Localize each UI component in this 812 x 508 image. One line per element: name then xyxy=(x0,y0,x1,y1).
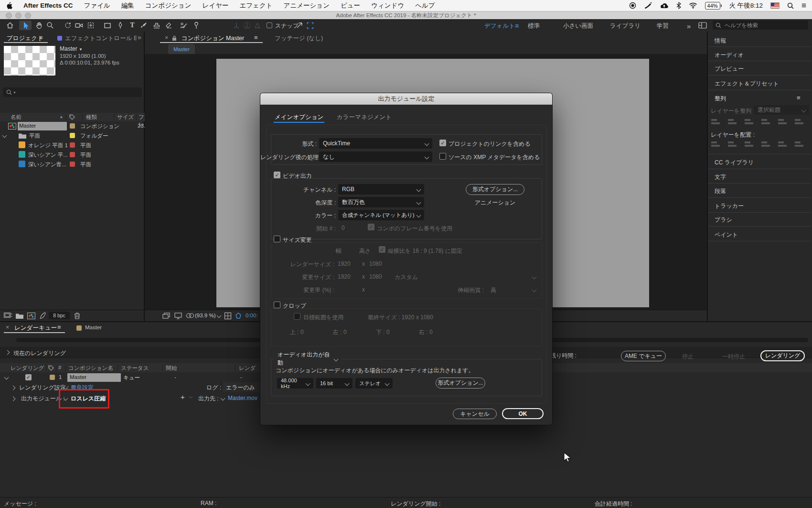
label-swatch-red-2[interactable] xyxy=(70,152,75,157)
crop-checkbox[interactable] xyxy=(274,302,280,308)
distribute-h-center-icon[interactable] xyxy=(778,141,788,148)
align-bottom-icon[interactable] xyxy=(795,118,804,125)
workspace-small-screen[interactable]: 小さい画面 xyxy=(563,22,593,30)
label-swatch-red-3[interactable] xyxy=(70,162,75,167)
include-xmp-checkbox[interactable] xyxy=(439,153,446,160)
align-panel-menu-icon[interactable]: ≡ xyxy=(797,94,801,101)
battery-indicator[interactable]: 44% xyxy=(705,2,722,10)
world-axis-mode-icon[interactable] xyxy=(242,21,252,30)
label-swatch-red-1[interactable] xyxy=(70,142,75,148)
quality-value[interactable]: 高 xyxy=(491,286,496,294)
roi-viewer-icon[interactable] xyxy=(235,312,242,320)
adjust-icon[interactable] xyxy=(39,312,46,320)
viewer-zoom-value[interactable]: (93.9 %) xyxy=(195,313,215,318)
menu-file[interactable]: ファイル xyxy=(84,1,110,10)
tab-composition[interactable]: コンポジション Master xyxy=(182,34,244,43)
output-to-value[interactable]: Master.mov xyxy=(228,395,257,401)
use-roi-checkbox[interactable] xyxy=(294,313,300,320)
cloud-sync-icon[interactable] xyxy=(660,2,669,9)
menu-edit[interactable]: 編集 xyxy=(121,1,134,10)
rq-row-label-swatch[interactable] xyxy=(50,375,55,380)
sidebar-item-tracker[interactable]: トラッカー xyxy=(715,202,744,210)
interpret-footage-icon[interactable] xyxy=(4,313,12,319)
queue-in-ame-button[interactable]: AME でキュー xyxy=(621,351,666,361)
rq-row-expand-chevron[interactable] xyxy=(4,375,9,380)
project-row-blue-name[interactable]: 深いシアン青... xyxy=(28,161,66,168)
align-v-center-icon[interactable] xyxy=(778,118,788,125)
puppet-pin-tool[interactable] xyxy=(191,21,202,30)
trash-icon[interactable] xyxy=(74,312,80,319)
resize-preset-value[interactable]: カスタム xyxy=(395,273,418,281)
dialog-titlebar[interactable]: 出力モジュール設定 xyxy=(260,93,552,105)
comp-mini-tab[interactable]: Master xyxy=(168,44,195,54)
crop-left[interactable]: 左 : 0 xyxy=(333,328,347,336)
rq-row-name[interactable]: Master xyxy=(70,374,86,380)
sidebar-item-brushes[interactable]: ブラシ xyxy=(715,216,732,224)
help-search[interactable] xyxy=(713,21,808,30)
distribute-right-icon[interactable] xyxy=(795,141,804,148)
selection-tool[interactable] xyxy=(19,21,32,30)
audio-output-dropdown[interactable]: オーディオ出力が自動 xyxy=(274,354,342,364)
tab-effect-controls[interactable]: エフェクトコントロール B xyxy=(65,34,137,43)
project-row-master-name[interactable]: Master xyxy=(19,123,36,129)
col-name[interactable]: 名前 xyxy=(11,114,21,121)
col-type[interactable]: 種類 xyxy=(86,114,97,121)
remove-output-module-button[interactable]: − xyxy=(189,393,193,401)
local-axis-mode-icon[interactable] xyxy=(231,21,242,30)
paintbrush-menu-icon[interactable] xyxy=(644,2,652,9)
project-row-folder-name[interactable]: 平面 xyxy=(29,132,40,140)
zoom-tool[interactable] xyxy=(45,21,55,30)
pause-button[interactable]: 一時停止 xyxy=(722,353,745,361)
workspace-learn[interactable]: 学習 xyxy=(657,22,669,30)
comp-panel-menu-icon[interactable]: ≡ xyxy=(254,34,258,41)
comp-thumbnail[interactable] xyxy=(4,46,55,76)
menu-composition[interactable]: コンポジション xyxy=(145,1,192,10)
log-dropdown[interactable]: エラーのみ xyxy=(222,382,266,392)
color-dropdown[interactable]: 合成チャンネル (マットあり) xyxy=(338,210,424,220)
stop-button[interactable]: 停止 xyxy=(682,353,694,361)
bit-depth-button[interactable]: 8 bpc xyxy=(49,312,70,319)
viewer-zoom-chevron[interactable] xyxy=(217,313,222,318)
spotlight-search-icon[interactable] xyxy=(787,2,794,9)
channel-mask-icon[interactable] xyxy=(186,313,194,319)
tab-footage[interactable]: フッテージ (なし) xyxy=(275,34,323,43)
menu-view[interactable]: ビュー xyxy=(341,1,360,10)
align-h-center-icon[interactable] xyxy=(728,118,737,125)
project-row-cyan-name[interactable]: 深いシアン 平... xyxy=(28,151,68,159)
rq-col-status[interactable]: ステータス xyxy=(121,365,149,372)
eraser-tool[interactable] xyxy=(163,21,174,30)
workspace-switcher-icon[interactable] xyxy=(697,21,708,30)
rq-row-render-checkbox[interactable]: ✓ xyxy=(25,374,32,380)
input-language-flag-icon[interactable] xyxy=(770,2,780,9)
post-render-dropdown[interactable]: なし xyxy=(319,151,432,162)
home-tool[interactable] xyxy=(5,21,15,30)
resize-width[interactable]: 1920 xyxy=(338,273,351,280)
video-output-checkbox[interactable]: ✓ xyxy=(274,172,280,178)
project-search-field[interactable]: ▼ xyxy=(3,87,142,97)
distribute-v-center-icon[interactable] xyxy=(728,141,737,148)
crop-bottom[interactable]: 下 : 0 xyxy=(376,328,390,336)
audio-channels-dropdown[interactable]: ステレオ xyxy=(355,378,393,389)
crop-right[interactable]: 右 : 0 xyxy=(419,328,433,336)
snap-checkbox[interactable] xyxy=(267,22,272,28)
new-folder-icon[interactable] xyxy=(16,313,23,319)
cancel-button[interactable]: キャンセル xyxy=(453,409,497,419)
view-axis-mode-icon[interactable] xyxy=(252,21,263,30)
project-tab-overflow-chevron[interactable]: » xyxy=(138,33,141,41)
distribute-left-icon[interactable] xyxy=(761,141,771,148)
label-column-icon[interactable] xyxy=(69,114,75,120)
workspace-default[interactable]: デフォルト xyxy=(484,22,515,30)
video-format-options-button[interactable]: 形式オプション... xyxy=(466,184,524,195)
project-row-cyan-solid[interactable]: 深いシアン 平... 平面 xyxy=(0,150,145,160)
render-button[interactable]: レンダリング xyxy=(760,350,805,361)
camera-tool[interactable] xyxy=(74,21,84,30)
project-row-master[interactable]: Master コンポジション 23. xyxy=(0,121,145,131)
align-left-icon[interactable] xyxy=(711,118,721,125)
sidebar-item-audio[interactable]: オーディオ xyxy=(715,51,744,59)
project-row-blue-solid[interactable]: 深いシアン青... 平面 xyxy=(0,160,145,169)
sidebar-item-cc-libraries[interactable]: CC ライブラリ xyxy=(715,159,754,167)
distribute-top-icon[interactable] xyxy=(711,141,721,148)
menu-window[interactable]: ウィンドウ xyxy=(371,1,404,10)
audio-format-options-button[interactable]: 形式オプション... xyxy=(436,378,485,389)
sidebar-item-paint[interactable]: ペイント xyxy=(715,231,738,239)
